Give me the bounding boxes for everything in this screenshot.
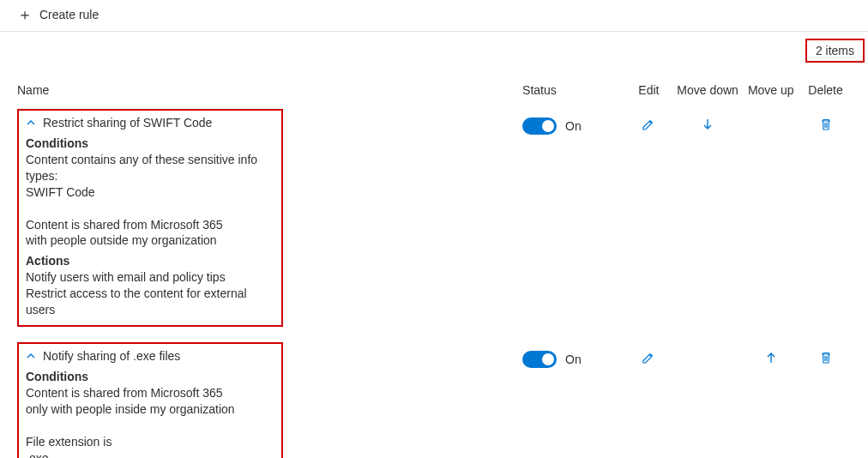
header-status: Status [522, 83, 624, 97]
move-down-button[interactable] [701, 118, 714, 131]
actions-text: Notify users with email and policy tips … [26, 269, 273, 318]
move-down-cell [674, 109, 742, 131]
rule-row: Restrict sharing of SWIFT CodeConditions… [0, 105, 868, 339]
arrow-up-icon [764, 351, 778, 365]
rule-detail-box: Restrict sharing of SWIFT CodeConditions… [17, 109, 283, 327]
create-rule-label: Create rule [39, 8, 99, 21]
chevron-up-icon [26, 351, 38, 361]
trash-icon [819, 351, 833, 365]
move-up-cell [741, 342, 800, 365]
status-toggle[interactable] [522, 351, 557, 368]
table-header: Name Status Edit Move down Move up Delet… [0, 66, 868, 105]
items-count-row: 2 items [0, 32, 868, 66]
delete-button[interactable] [819, 118, 833, 131]
edit-button[interactable] [642, 118, 655, 131]
move-down-cell [674, 342, 742, 351]
conditions-heading: Conditions [26, 136, 273, 150]
conditions-heading: Conditions [26, 370, 273, 383]
items-count-box: 2 items [805, 39, 865, 63]
edit-cell [624, 109, 674, 131]
status-cell: On [522, 109, 624, 135]
header-delete: Delete [800, 83, 851, 97]
conditions-text: Content contains any of these sensitive … [26, 152, 273, 249]
rule-name-cell: Restrict sharing of SWIFT CodeConditions… [17, 109, 522, 334]
delete-cell [800, 109, 851, 131]
conditions-text: Content is shared from Microsoft 365 onl… [26, 385, 273, 458]
status-label: On [565, 119, 582, 133]
delete-cell [800, 342, 851, 365]
items-count-label: 2 items [816, 44, 854, 57]
status-label: On [565, 353, 582, 366]
edit-button[interactable] [642, 351, 655, 365]
rule-row: Notify sharing of .exe filesConditionsCo… [0, 339, 868, 458]
move-up-cell [741, 109, 800, 118]
rule-name-cell: Notify sharing of .exe filesConditionsCo… [17, 342, 522, 458]
plus-icon: ＋ [17, 7, 33, 22]
actions-heading: Actions [26, 254, 273, 268]
status-toggle[interactable] [522, 118, 557, 135]
arrow-down-icon [701, 118, 714, 131]
delete-button[interactable] [819, 351, 833, 365]
pencil-icon [642, 118, 655, 131]
edit-cell [624, 342, 674, 365]
status-cell: On [522, 342, 624, 368]
rule-title: Restrict sharing of SWIFT Code [43, 116, 212, 130]
create-rule-button[interactable]: ＋ Create rule [17, 7, 99, 22]
chevron-up-icon [26, 118, 38, 128]
header-move-up: Move up [741, 83, 800, 97]
header-edit: Edit [624, 83, 674, 97]
header-move-down: Move down [674, 83, 742, 97]
rule-title-line[interactable]: Notify sharing of .exe files [26, 349, 273, 363]
rule-title-line[interactable]: Restrict sharing of SWIFT Code [26, 116, 273, 130]
move-up-button[interactable] [764, 351, 778, 365]
trash-icon [819, 118, 833, 131]
rule-detail-box: Notify sharing of .exe filesConditionsCo… [17, 342, 283, 458]
rule-title: Notify sharing of .exe files [43, 349, 180, 363]
toolbar: ＋ Create rule [0, 0, 868, 32]
header-name: Name [17, 83, 522, 97]
pencil-icon [642, 351, 655, 365]
